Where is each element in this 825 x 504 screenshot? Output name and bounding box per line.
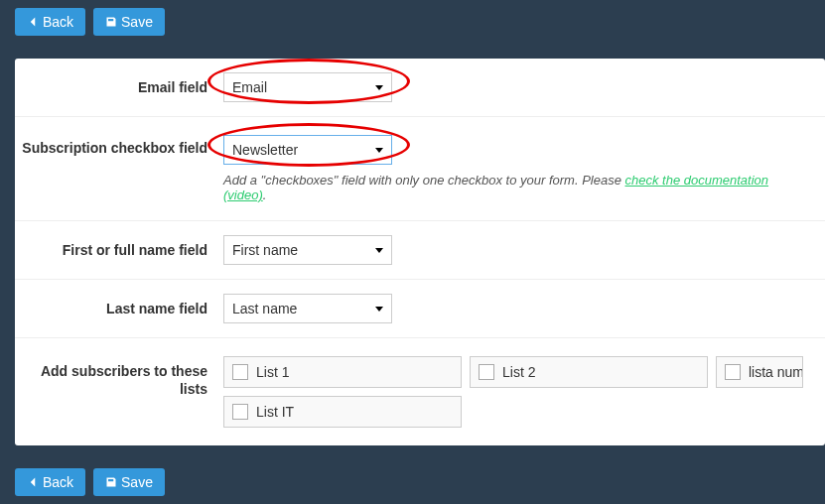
top-toolbar: Back Save bbox=[0, 0, 825, 44]
subscription-help-text: Add a "checkboxes" field with only one c… bbox=[223, 173, 809, 202]
back-button[interactable]: Back bbox=[15, 8, 85, 36]
row-subscription-field: Subscription checkbox field Newsletter A… bbox=[15, 117, 825, 221]
chevron-down-icon bbox=[375, 148, 383, 153]
row-lists: Add subscribers to these lists List 1 Li… bbox=[15, 338, 825, 445]
firstname-field-value: First name bbox=[232, 242, 298, 258]
chevron-down-icon bbox=[375, 85, 383, 90]
checkbox-icon bbox=[232, 364, 248, 380]
email-field-value: Email bbox=[232, 79, 267, 95]
save-button-label: Save bbox=[121, 14, 153, 30]
subscription-field-value: Newsletter bbox=[232, 142, 298, 158]
chevron-down-icon bbox=[375, 307, 383, 312]
list-checkbox-label: lista num bbox=[749, 364, 803, 380]
list-checkbox-label: List 2 bbox=[502, 364, 535, 380]
chevron-left-icon bbox=[27, 476, 39, 488]
save-icon bbox=[105, 16, 117, 28]
save-button-label: Save bbox=[121, 474, 153, 490]
lists-checkbox-grid: List 1 List 2 lista num List IT bbox=[223, 356, 809, 428]
subscription-help-suffix: . bbox=[263, 188, 267, 202]
email-field-select[interactable]: Email bbox=[223, 72, 392, 102]
save-button[interactable]: Save bbox=[93, 8, 165, 36]
subscription-help-prefix: Add a "checkboxes" field with only one c… bbox=[223, 173, 625, 188]
back-button-label: Back bbox=[43, 474, 73, 490]
lastname-field-value: Last name bbox=[232, 301, 297, 316]
email-field-label: Email field bbox=[15, 78, 223, 96]
list-checkbox-label: List IT bbox=[256, 404, 294, 420]
chevron-left-icon bbox=[27, 16, 39, 28]
form-panel: Email field Email Subscription checkbox … bbox=[15, 59, 825, 445]
back-button-label: Back bbox=[43, 14, 73, 30]
lists-label: Add subscribers to these lists bbox=[15, 356, 223, 398]
list-checkbox-label: List 1 bbox=[256, 364, 289, 380]
subscription-field-label: Subscription checkbox field bbox=[15, 135, 223, 157]
lastname-field-select[interactable]: Last name bbox=[223, 294, 392, 323]
back-button[interactable]: Back bbox=[15, 468, 85, 496]
checkbox-icon bbox=[725, 364, 741, 380]
list-checkbox-item[interactable]: lista num bbox=[716, 356, 803, 388]
row-email-field: Email field Email bbox=[15, 59, 825, 117]
save-icon bbox=[105, 476, 117, 488]
list-checkbox-item[interactable]: List 2 bbox=[470, 356, 708, 388]
firstname-field-label: First or full name field bbox=[15, 241, 223, 259]
list-checkbox-item[interactable]: List IT bbox=[223, 396, 462, 428]
row-lastname-field: Last name field Last name bbox=[15, 280, 825, 338]
list-checkbox-item[interactable]: List 1 bbox=[223, 356, 462, 388]
checkbox-icon bbox=[479, 364, 494, 380]
subscription-field-select[interactable]: Newsletter bbox=[223, 135, 392, 165]
bottom-toolbar: Back Save bbox=[0, 460, 825, 504]
chevron-down-icon bbox=[375, 248, 383, 253]
save-button[interactable]: Save bbox=[93, 468, 165, 496]
lastname-field-label: Last name field bbox=[15, 300, 223, 317]
checkbox-icon bbox=[232, 404, 248, 420]
row-firstname-field: First or full name field First name bbox=[15, 221, 825, 280]
firstname-field-select[interactable]: First name bbox=[223, 235, 392, 265]
